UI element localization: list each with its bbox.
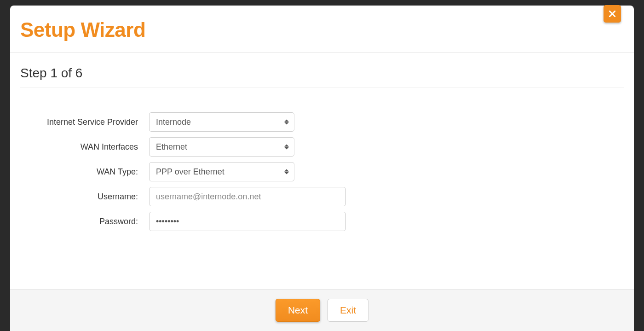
close-icon bbox=[609, 9, 615, 19]
username-label: Username: bbox=[20, 192, 149, 202]
wan-type-select[interactable]: PPP over Ethernet bbox=[149, 162, 294, 181]
isp-label: Internet Service Provider bbox=[20, 117, 149, 127]
modal-header: Setup Wizard bbox=[10, 6, 634, 53]
step-indicator: Step 1 of 6 bbox=[20, 66, 624, 87]
password-label: Password: bbox=[20, 217, 149, 226]
isp-select[interactable]: Internode bbox=[149, 112, 294, 132]
wan-interface-label: WAN Interfaces bbox=[20, 142, 149, 152]
next-button[interactable]: Next bbox=[276, 299, 320, 322]
password-input[interactable] bbox=[149, 212, 346, 231]
username-input[interactable] bbox=[149, 187, 346, 206]
exit-button[interactable]: Exit bbox=[328, 299, 368, 322]
close-button[interactable] bbox=[604, 5, 621, 23]
modal-body: Step 1 of 6 Internet Service Provider In… bbox=[10, 53, 634, 289]
wan-interface-select[interactable]: Ethernet bbox=[149, 137, 294, 157]
form-row-wan-interface: WAN Interfaces Ethernet bbox=[20, 137, 624, 157]
modal-footer: Next Exit bbox=[10, 289, 634, 331]
wan-type-label: WAN Type: bbox=[20, 167, 149, 177]
modal-title: Setup Wizard bbox=[20, 18, 624, 41]
form-row-password: Password: bbox=[20, 212, 624, 231]
form-row-wan-type: WAN Type: PPP over Ethernet bbox=[20, 162, 624, 181]
setup-wizard-modal: Setup Wizard Step 1 of 6 Internet Servic… bbox=[10, 6, 634, 331]
form-row-isp: Internet Service Provider Internode bbox=[20, 112, 624, 132]
form-row-username: Username: bbox=[20, 187, 624, 206]
